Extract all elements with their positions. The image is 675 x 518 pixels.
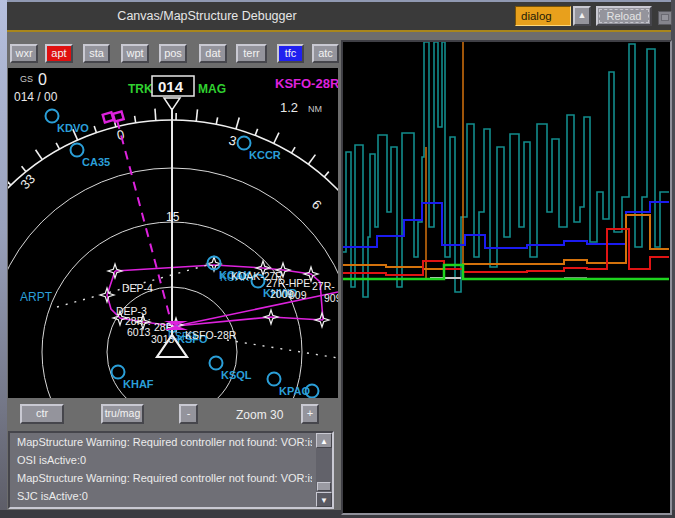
zoom-in-button[interactable]: + — [301, 404, 319, 424]
titlebar-accent-line — [7, 30, 671, 32]
navaid-circle-CA35 — [71, 144, 84, 157]
chart-series-terrain-trace-cyan — [343, 42, 669, 297]
rose-tick — [36, 150, 43, 160]
bearing-line-dashed-2 — [227, 340, 338, 358]
toolbar-button-terr[interactable]: terr — [236, 44, 267, 63]
nav-display: 03336KDVOCA35KCCRKOAKKHWDKSFOKHAFKSQLKPA… — [8, 68, 338, 398]
toolbar-button-pos[interactable]: pos — [159, 44, 187, 63]
tru-mag-button[interactable]: tru/mag — [101, 404, 144, 424]
rose-tick — [196, 109, 197, 121]
rose-tick — [94, 126, 96, 133]
window-title: Canvas/MapStructure Debugger — [67, 9, 347, 23]
navaid-circle-KDVO — [46, 110, 59, 123]
window-icon-glyph — [661, 14, 669, 21]
gs-value: 0 — [38, 71, 47, 88]
toolbar-button-dat[interactable]: dat — [199, 44, 227, 63]
up-arrow-icon: ▲ — [320, 437, 328, 446]
scrollbar-thumb[interactable] — [317, 482, 331, 491]
gs-label: GS — [20, 74, 33, 84]
compass-number: 33 — [17, 171, 38, 192]
log-scrollbar[interactable]: ▲ ▼ — [316, 433, 332, 507]
scroll-up-button[interactable]: ▲ — [316, 433, 332, 448]
window-border-left — [0, 0, 7, 518]
map-label: 27R- — [312, 280, 335, 292]
rose-tick — [236, 117, 239, 129]
zoom-out-button[interactable]: - — [179, 404, 198, 424]
toolbar-button-tfc[interactable]: tfc — [277, 44, 304, 63]
reload-button[interactable]: Reload — [596, 6, 652, 26]
dialog-list-button[interactable]: ▲ — [573, 6, 591, 26]
compass-number: 6 — [309, 197, 325, 213]
rose-tick — [291, 147, 295, 153]
navaid-label: KDVO — [57, 122, 89, 134]
toolbar-button-sta[interactable]: sta — [83, 44, 110, 63]
toolbar-button-wxr[interactable]: wxr — [10, 44, 38, 63]
mag-label: MAG — [198, 82, 226, 96]
rose-tick — [8, 176, 11, 185]
rose-tick — [155, 109, 156, 121]
navaid-circle-KPAO — [268, 373, 281, 386]
navaid-label: KNUQ — [317, 397, 338, 398]
distance-value: 1.2 — [280, 100, 298, 115]
compass-number: 0 — [116, 127, 126, 143]
map-label: KSFO-28R — [185, 329, 237, 341]
rose-tick — [274, 133, 279, 144]
map-label: 009 — [289, 289, 307, 301]
rose-tick — [22, 166, 26, 171]
rose-tick — [135, 116, 136, 123]
navaid-circle-KHAF — [112, 366, 125, 379]
log-line: MapStructure Warning: Required controlle… — [10, 433, 312, 451]
map-label: ARPT — [20, 290, 53, 304]
rose-tick — [324, 172, 329, 177]
title-bar[interactable]: Canvas/MapStructure Debugger — [7, 2, 671, 30]
rose-tick — [216, 117, 217, 124]
navaid-circle-KSQL — [210, 357, 223, 370]
trk-label: TRK — [128, 82, 153, 96]
navaid-label: KHAF — [123, 378, 154, 390]
center-button[interactable]: ctr — [20, 404, 64, 424]
profile-graph-panel — [341, 40, 672, 515]
rose-tick — [56, 143, 59, 149]
log-line: MapStructure Warning: Required controlle… — [10, 469, 312, 487]
map-label: 909 — [324, 292, 338, 304]
navaid-circle-KCCR — [238, 137, 251, 150]
distance-units: NM — [308, 104, 322, 114]
profile-graph — [343, 42, 670, 513]
toolbar-button-wpt[interactable]: wpt — [121, 44, 149, 63]
toolbar-button-apt[interactable]: apt — [45, 44, 73, 63]
window-icon[interactable] — [658, 11, 672, 25]
rose-tick — [308, 155, 315, 165]
toolbar-button-atc[interactable]: atc — [312, 44, 339, 63]
log-line: OSI isActive:0 — [10, 451, 312, 469]
chart-series-trace-orange — [343, 215, 669, 269]
up-arrow-icon: ▲ — [578, 10, 587, 20]
map-label: 6013 — [127, 326, 151, 338]
heading-bug-icon — [103, 109, 124, 124]
dialog-name-input[interactable]: dialog — [515, 6, 571, 26]
graph-series-layer — [343, 42, 669, 297]
zoom-level-label: Zoom 30 — [236, 408, 283, 422]
scroll-down-button[interactable]: ▼ — [316, 492, 332, 507]
active-waypoint: KSFO-28R — [275, 76, 338, 91]
navaid-label: KCCR — [249, 149, 281, 161]
wind-readout: 014 / 00 — [14, 90, 58, 104]
route-line — [176, 292, 338, 326]
navaid-label: CA35 — [82, 156, 110, 168]
rose-tick — [255, 129, 258, 136]
log-output: MapStructure Warning: Required controlle… — [8, 431, 334, 509]
log-line: SJC isActive:0 — [10, 487, 312, 505]
compass-number: 3 — [227, 132, 238, 148]
down-arrow-icon: ▼ — [320, 496, 328, 505]
chart-series-trace-blue — [343, 202, 669, 248]
trk-value: 014 — [158, 78, 184, 95]
navaid-label: KSQL — [221, 369, 252, 381]
reload-button-label: Reload — [599, 9, 649, 23]
